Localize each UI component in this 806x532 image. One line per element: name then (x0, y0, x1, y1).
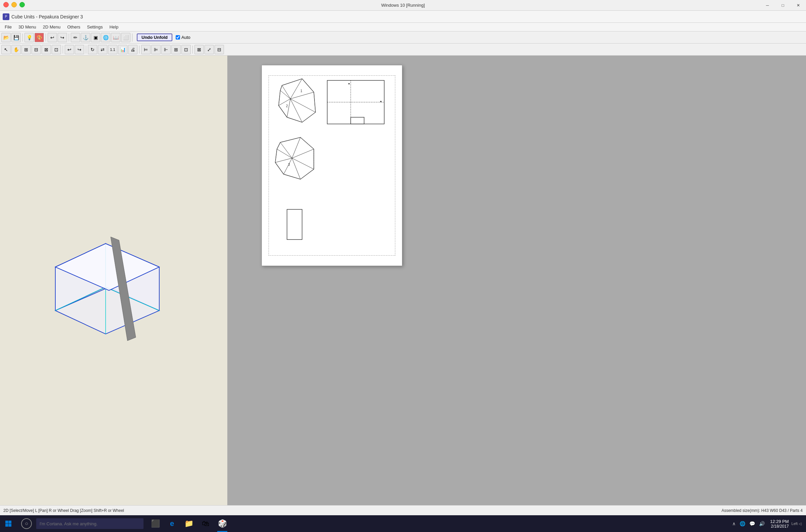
toolbar-sep-2 (45, 34, 46, 41)
redo-button[interactable]: ↪ (58, 33, 67, 42)
svg-rect-41 (5, 524, 8, 527)
window-controls[interactable]: ─ □ ✕ (760, 0, 806, 11)
clock[interactable]: 12:29 PM 2/18/2017 (770, 519, 789, 529)
align-right-btn[interactable]: ⊩ (161, 45, 171, 54)
menu-bar: File3D Menu2D MenuOthersSettingsHelp (0, 23, 806, 32)
graph-btn[interactable]: 📊 (118, 45, 127, 54)
align-center-btn[interactable]: ⊫ (151, 45, 161, 54)
cortana-button[interactable]: ○ (18, 515, 35, 532)
svg-rect-39 (5, 520, 8, 524)
pepakura-icon: 🎲 (218, 519, 227, 528)
redo2-btn[interactable]: ↪ (75, 45, 84, 54)
toolbar2-sep-2 (86, 45, 86, 54)
menu-item-others[interactable]: Others (64, 23, 84, 31)
paper-sheet: 2 1 (261, 65, 402, 266)
pattern-piece-2[interactable] (327, 80, 384, 124)
cube-svg (29, 210, 176, 351)
volume-icon[interactable]: 🔊 (758, 521, 766, 526)
open-button[interactable]: 📂 (1, 33, 11, 42)
start-button[interactable] (0, 515, 17, 532)
print-btn[interactable]: 🖨 (128, 45, 138, 54)
pattern-piece-3[interactable]: 3 (275, 137, 314, 179)
taskbar-apps: ⬛ e 📁 🛍 🎲 (147, 515, 231, 532)
maximize-button[interactable]: □ (775, 0, 791, 11)
file-explorer-button[interactable]: 📁 (180, 515, 197, 532)
rotate-btn[interactable]: ↻ (88, 45, 97, 54)
svg-rect-24 (351, 117, 364, 124)
fit-btn[interactable]: ⊡ (181, 45, 191, 54)
file-explorer-icon: 📁 (184, 519, 194, 528)
toolbar2-sep-3 (139, 45, 140, 54)
svg-marker-10 (279, 79, 315, 122)
edge-btn[interactable]: ⊟ (32, 45, 41, 54)
store-button[interactable]: 🛍 (197, 515, 214, 532)
light-button[interactable]: 💡 (24, 33, 34, 42)
snap-btn[interactable]: ⊡ (52, 45, 61, 54)
distribute-btn[interactable]: ⊞ (171, 45, 181, 54)
edge-button[interactable]: e (164, 515, 180, 532)
menu-item-2d-menu[interactable]: 2D Menu (40, 23, 64, 31)
save-button[interactable]: 💾 (12, 33, 21, 42)
auto-label: Auto (181, 35, 190, 40)
scale-num-btn[interactable]: 1.1 (108, 45, 117, 54)
taskbar: ○ ⬛ e 📁 🛍 🎲 ∧ 🌐 💬 🔊 12:29 PM 2/18/2017 L… (0, 515, 806, 532)
cortana-icon: ○ (21, 518, 32, 529)
auto-checkbox[interactable] (176, 35, 180, 40)
resize-btn[interactable]: ⤢ (204, 45, 214, 54)
toolbar-sep-4 (132, 34, 132, 41)
globe-button[interactable]: 🌐 (101, 33, 110, 42)
menu-item-file[interactable]: File (1, 23, 15, 31)
minimize-button[interactable]: ─ (760, 0, 775, 11)
speech-icon[interactable]: 💬 (748, 521, 756, 526)
align-left-btn[interactable]: ⊨ (141, 45, 150, 54)
select-btn[interactable]: ↖ (1, 45, 11, 54)
pattern-piece-4[interactable] (287, 209, 302, 240)
undo-button[interactable]: ↩ (48, 33, 57, 42)
pepakura-button[interactable]: 🎲 (214, 515, 231, 532)
chevron-up-icon[interactable]: ∧ (731, 521, 737, 526)
title-text: Windows 10 [Running] (381, 3, 425, 8)
svg-text:1: 1 (300, 89, 303, 93)
clock-date: 2/18/2017 (770, 524, 789, 529)
anchor-button[interactable]: ⚓ (81, 33, 90, 42)
toolbar2-sep-4 (193, 45, 193, 54)
pan-btn[interactable]: ✋ (12, 45, 21, 54)
pattern-piece-1[interactable]: 2 1 (279, 79, 315, 122)
network-icon[interactable]: 🌐 (738, 521, 747, 526)
flip-btn[interactable]: ⇄ (98, 45, 107, 54)
box-button[interactable]: ▣ (91, 33, 100, 42)
2d-view[interactable]: 2 1 (228, 56, 806, 505)
fold-btn[interactable]: ⊠ (41, 45, 51, 54)
rect-button[interactable]: ⬜ (121, 33, 130, 42)
clock-time: 12:29 PM (770, 519, 789, 524)
3d-view[interactable] (0, 56, 228, 505)
menu-item-3d-menu[interactable]: 3D Menu (15, 23, 40, 31)
book-button[interactable]: 📖 (111, 33, 121, 42)
task-view-icon: ⬛ (151, 519, 160, 528)
app-title-bar: P Cube Units - Pepakura Designer 3 (0, 11, 806, 23)
svg-text:3: 3 (288, 163, 290, 167)
undo2-btn[interactable]: ↩ (65, 45, 74, 54)
task-view-button[interactable]: ⬛ (147, 515, 164, 532)
toolbar2-sep-1 (63, 45, 63, 54)
auto-checkbox-area: Auto (176, 35, 190, 40)
toolbar2: ↖ ✋ ⊞ ⊟ ⊠ ⊡ ↩ ↪ ↻ ⇄ 1.1 📊 🖨 ⊨ ⊫ ⊩ ⊞ ⊡ ⊠ … (0, 43, 806, 56)
undo-unfold-button[interactable]: Undo Unfold (137, 34, 172, 41)
pattern-svg: 2 1 (262, 65, 402, 266)
app-title-text: Cube Units - Pepakura Designer 3 (12, 14, 83, 19)
main-area: 2 1 (0, 56, 806, 505)
close-button[interactable]: ✕ (791, 0, 806, 11)
toolbar-sep-3 (69, 34, 69, 41)
pen-button[interactable]: ✏ (71, 33, 80, 42)
svg-rect-40 (9, 520, 12, 524)
arrange-btn[interactable]: ⊟ (215, 45, 224, 54)
menu-item-help[interactable]: Help (106, 23, 122, 31)
svg-rect-38 (287, 209, 302, 240)
menu-item-settings[interactable]: Settings (84, 23, 106, 31)
taskbar-right: ∧ 🌐 💬 🔊 12:29 PM 2/18/2017 Left ◁ (731, 515, 806, 532)
color-button[interactable]: 🎨 (35, 33, 44, 42)
cortana-search-input[interactable] (36, 518, 144, 529)
transform-btn[interactable]: ⊠ (195, 45, 204, 54)
left-arrow-label[interactable]: Left ◁ (790, 521, 803, 526)
zoom-area-btn[interactable]: ⊞ (21, 45, 31, 54)
